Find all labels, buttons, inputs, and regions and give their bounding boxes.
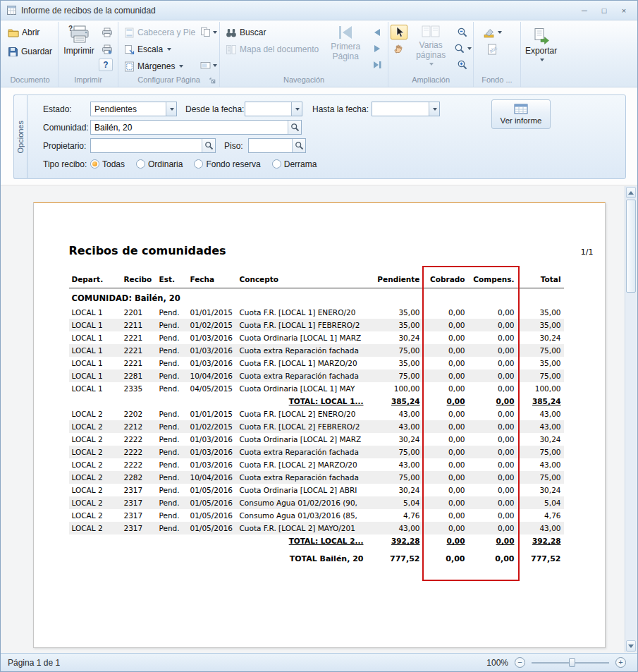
margenes-button[interactable]: Márgenes <box>121 59 199 74</box>
statusbar-zoom-in-button[interactable]: + <box>615 657 626 668</box>
propietario-lookup-button[interactable] <box>202 139 215 152</box>
search-icon <box>290 123 300 132</box>
next-page-button[interactable] <box>369 41 386 56</box>
zoom-out-button[interactable] <box>454 25 471 39</box>
minimize-button[interactable]: ─ <box>577 4 592 16</box>
radio-icon <box>272 159 281 169</box>
comunidad-input[interactable] <box>91 123 288 133</box>
window-controls: ─ □ × <box>577 4 632 16</box>
report-data-row: LOCAL 12221Pend.01/03/2016Cuota extra Re… <box>69 344 564 357</box>
estado-value: Pendientes <box>91 104 166 114</box>
desde-fecha-select[interactable] <box>245 102 302 116</box>
page-setup-launcher-icon[interactable] <box>209 77 216 85</box>
cabecera-pie-button[interactable]: Cabecera y Pie <box>121 25 199 40</box>
watermark-button[interactable]: abc <box>484 42 501 56</box>
piso-field[interactable] <box>248 138 306 153</box>
report-data-row: LOCAL 12335Pend.04/05/2015Cuota Ordinari… <box>69 382 564 395</box>
zoom-button[interactable] <box>454 41 471 56</box>
scroll-thumb[interactable] <box>626 200 636 293</box>
next-page-icon <box>372 44 382 53</box>
report-icon <box>514 104 528 114</box>
report-column-header: Est. <box>157 273 188 288</box>
chevron-down-icon <box>429 63 434 66</box>
subtotal-row: TOTAL: LOCAL 1...385,240,000,00385,24 <box>69 395 564 408</box>
exportar-label: Exportar <box>525 47 557 56</box>
hasta-fecha-select[interactable] <box>372 102 440 116</box>
estado-select[interactable]: Pendientes <box>90 102 177 116</box>
report-data-row: LOCAL 22317Pend.01/05/2016Cuota F.R. [LO… <box>69 522 564 534</box>
pointer-tool-button[interactable] <box>391 25 407 39</box>
cursor-arrow-icon <box>394 26 405 38</box>
scroll-up-button[interactable] <box>626 187 636 198</box>
hand-tool-button[interactable] <box>391 41 407 56</box>
open-folder-icon <box>8 28 19 37</box>
report-data-row: LOCAL 22317Pend.01/05/2016Cuota Ordinari… <box>69 484 564 496</box>
report-column-header: Concepto <box>237 273 367 288</box>
ver-informe-button[interactable]: Ver informe <box>491 99 551 129</box>
abrir-button[interactable]: Abrir <box>4 25 43 40</box>
print-dialog-button[interactable] <box>99 42 116 56</box>
preview-area[interactable]: Recibos de comunidades 1/1 Depart.Recibo… <box>1 185 637 653</box>
mapa-label: Mapa del documento <box>240 44 319 54</box>
tipo-radio-item[interactable]: Ordinaria <box>136 159 183 169</box>
statusbar-zoom-out-button[interactable]: − <box>515 657 525 668</box>
hasta-dropdown-button[interactable] <box>429 102 439 116</box>
exportar-button[interactable]: Exportar <box>523 25 560 63</box>
chevron-down-icon <box>213 64 217 67</box>
ver-informe-label: Ver informe <box>501 116 542 125</box>
scroll-down-button[interactable] <box>626 640 636 652</box>
chevron-down-icon <box>540 59 544 61</box>
report-column-header: Recibo <box>121 273 157 288</box>
margins-icon <box>124 61 135 72</box>
piso-input[interactable] <box>249 141 292 151</box>
tipo-radio-item[interactable]: Todas <box>90 159 125 169</box>
zoom-slider[interactable] <box>532 657 609 668</box>
comunidad-lookup-button[interactable] <box>288 121 301 134</box>
varias-paginas-label: Varias páginas <box>411 41 450 61</box>
radio-icon <box>194 159 203 169</box>
previous-page-button[interactable] <box>369 25 386 39</box>
guardar-button[interactable]: Guardar <box>4 44 56 59</box>
piso-lookup-button[interactable] <box>292 139 305 152</box>
help-button[interactable]: ? <box>99 59 113 71</box>
estado-dropdown-button[interactable] <box>166 102 176 116</box>
tipo-recibo-label: Tipo recibo: <box>43 159 90 169</box>
close-button[interactable]: × <box>616 4 632 16</box>
magnifier-icon <box>454 43 465 54</box>
group-caption-configurar: Configurar Página <box>121 74 217 87</box>
comunidad-label: Comunidad: <box>43 123 90 133</box>
tipo-radio-item[interactable]: Derrama <box>272 159 317 169</box>
propietario-field[interactable] <box>90 138 216 153</box>
mapa-documento-button[interactable]: Mapa del documento <box>222 42 322 57</box>
zoom-in-button[interactable] <box>454 57 471 72</box>
opciones-tab[interactable]: Opciones <box>13 94 27 179</box>
last-page-button[interactable] <box>369 57 386 72</box>
group-caption-fondo: Fondo ... <box>476 74 517 87</box>
paper-format-button[interactable] <box>200 25 217 39</box>
comunidad-field[interactable] <box>90 120 302 135</box>
primera-pagina-button[interactable]: Primera Página <box>324 22 367 63</box>
radio-icon <box>90 159 99 169</box>
app-icon <box>6 5 17 16</box>
propietario-input[interactable] <box>91 141 202 151</box>
varias-paginas-button[interactable]: Varias páginas <box>409 22 453 67</box>
vertical-scrollbar[interactable] <box>625 186 637 652</box>
maximize-button[interactable]: □ <box>596 4 612 16</box>
escala-button[interactable]: Escala <box>121 42 199 57</box>
last-page-icon <box>372 61 382 69</box>
quick-print-button[interactable] <box>99 25 116 39</box>
desde-dropdown-button[interactable] <box>291 102 302 116</box>
imprimir-button[interactable]: ? Imprimir <box>61 22 97 58</box>
guardar-label: Guardar <box>21 47 52 56</box>
search-icon <box>204 141 214 150</box>
background-color-button[interactable] <box>484 25 501 39</box>
tipo-radio-item[interactable]: Fondo reserva <box>194 159 260 169</box>
group-caption-ampliacion: Ampliación <box>391 74 471 87</box>
zoom-slider-thumb[interactable] <box>569 658 575 667</box>
hand-icon <box>393 43 405 54</box>
report-data-row: LOCAL 12221Pend.01/03/2016Cuota Ordinari… <box>69 331 564 344</box>
buscar-button[interactable]: Buscar <box>222 25 322 40</box>
orientation-button[interactable] <box>200 58 217 73</box>
ribbon-group-exportar: Exportar <box>521 22 562 87</box>
report-column-header: Compens. <box>468 273 517 288</box>
